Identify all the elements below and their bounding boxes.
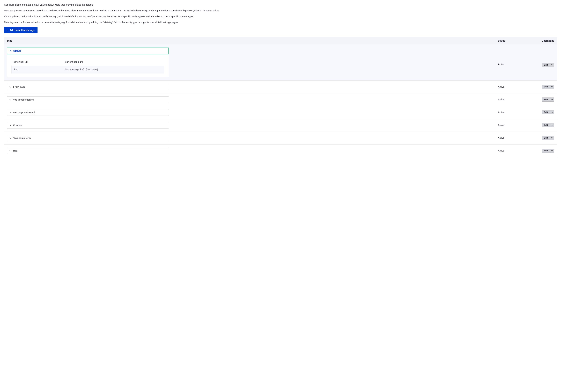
intro-p1: Configure global meta tag default values… bbox=[4, 3, 557, 7]
status-cell: Active bbox=[498, 48, 535, 66]
add-button-label: Add default meta tags bbox=[10, 29, 34, 32]
expander-toggle[interactable]: Content bbox=[7, 122, 169, 128]
row-label: 404 page not found bbox=[13, 111, 35, 114]
table-row: UserActiveEdit bbox=[4, 145, 557, 157]
row-label: Global bbox=[13, 50, 21, 52]
table-row: Front pageActiveEdit bbox=[4, 81, 557, 93]
expander-toggle[interactable]: 403 access denied bbox=[7, 96, 169, 103]
row-label: User bbox=[13, 149, 18, 152]
type-cell: Taxonomy term bbox=[7, 135, 498, 141]
meta-row: canonical_url:[current-page:url] bbox=[11, 58, 164, 66]
status-cell: Active bbox=[498, 96, 535, 101]
edit-dropdown-button[interactable]: Edit bbox=[542, 85, 554, 89]
col-header-status: Status bbox=[498, 39, 535, 42]
details-panel: canonical_url:[current-page:url]title:[c… bbox=[7, 54, 169, 77]
table-row: 404 page not foundActiveEdit bbox=[4, 106, 557, 119]
expander-toggle[interactable]: User bbox=[7, 148, 169, 154]
type-cell: User bbox=[7, 148, 498, 154]
edit-label: Edit bbox=[542, 85, 550, 89]
table-row: Globalcanonical_url:[current-page:url]ti… bbox=[4, 44, 557, 81]
expander-toggle[interactable]: 404 page not found bbox=[7, 109, 169, 116]
expander-toggle[interactable]: Global bbox=[7, 48, 169, 54]
type-cell: Globalcanonical_url:[current-page:url]ti… bbox=[7, 48, 498, 77]
row-label: Taxonomy term bbox=[13, 137, 31, 139]
operations-cell: Edit bbox=[535, 148, 554, 153]
status-cell: Active bbox=[498, 135, 535, 139]
status-cell: Active bbox=[498, 84, 535, 88]
type-cell: 403 access denied bbox=[7, 96, 498, 103]
add-default-meta-tags-button[interactable]: + Add default meta tags bbox=[4, 27, 38, 33]
col-header-operations: Operations bbox=[535, 39, 554, 42]
meta-value: [current-page:url] bbox=[65, 61, 162, 63]
edit-label: Edit bbox=[542, 123, 550, 127]
table-row: Taxonomy termActiveEdit bbox=[4, 132, 557, 145]
operations-cell: Edit bbox=[535, 48, 554, 67]
edit-dropdown-button[interactable]: Edit bbox=[542, 136, 554, 140]
operations-cell: Edit bbox=[535, 109, 554, 114]
edit-dropdown-button[interactable]: Edit bbox=[542, 110, 554, 114]
meta-key: canonical_url: bbox=[13, 61, 65, 63]
chevron-down-icon bbox=[550, 149, 554, 153]
edit-label: Edit bbox=[542, 149, 550, 153]
edit-dropdown-button[interactable]: Edit bbox=[542, 97, 554, 102]
edit-label: Edit bbox=[542, 98, 550, 101]
intro-text: Configure global meta tag default values… bbox=[4, 3, 557, 24]
col-header-type: Type bbox=[7, 39, 498, 42]
chevron-up-icon bbox=[10, 50, 11, 52]
operations-cell: Edit bbox=[535, 96, 554, 102]
expander-toggle[interactable]: Taxonomy term bbox=[7, 135, 169, 141]
chevron-down-icon bbox=[9, 150, 11, 152]
row-label: 403 access denied bbox=[13, 98, 34, 101]
chevron-down-icon bbox=[550, 63, 554, 67]
status-cell: Active bbox=[498, 109, 535, 114]
chevron-down-icon bbox=[9, 99, 11, 101]
operations-cell: Edit bbox=[535, 135, 554, 140]
table-row: 403 access deniedActiveEdit bbox=[4, 93, 557, 106]
expander-toggle[interactable]: Front page bbox=[7, 84, 169, 90]
intro-p2: Meta tag patterns are passed down from o… bbox=[4, 9, 557, 12]
type-cell: Content bbox=[7, 122, 498, 128]
operations-cell: Edit bbox=[535, 122, 554, 127]
edit-label: Edit bbox=[542, 63, 550, 67]
edit-label: Edit bbox=[542, 110, 550, 114]
status-cell: Active bbox=[498, 122, 535, 127]
meta-tags-table: Type Status Operations Globalcanonical_u… bbox=[4, 37, 557, 157]
table-header: Type Status Operations bbox=[4, 37, 557, 44]
edit-dropdown-button[interactable]: Edit bbox=[542, 123, 554, 127]
table-row: ContentActiveEdit bbox=[4, 119, 557, 132]
chevron-down-icon bbox=[9, 124, 11, 126]
chevron-down-icon bbox=[9, 86, 11, 88]
chevron-down-icon bbox=[550, 110, 554, 114]
chevron-down-icon bbox=[550, 98, 554, 101]
operations-cell: Edit bbox=[535, 84, 554, 89]
chevron-down-icon bbox=[9, 111, 11, 114]
meta-key: title: bbox=[14, 68, 65, 71]
type-cell: 404 page not found bbox=[7, 109, 498, 116]
chevron-down-icon bbox=[550, 123, 554, 127]
edit-label: Edit bbox=[542, 136, 550, 140]
chevron-down-icon bbox=[550, 85, 554, 89]
row-label: Front page bbox=[13, 85, 25, 88]
plus-icon: + bbox=[7, 29, 9, 32]
edit-dropdown-button[interactable]: Edit bbox=[542, 63, 554, 67]
intro-p4: Meta tags can be further refined on a pe… bbox=[4, 21, 557, 24]
chevron-down-icon bbox=[9, 137, 11, 139]
row-label: Content bbox=[13, 124, 22, 127]
meta-value: [current-page:title] | [site:name] bbox=[65, 68, 162, 71]
status-cell: Active bbox=[498, 148, 535, 152]
chevron-down-icon bbox=[550, 136, 554, 140]
edit-dropdown-button[interactable]: Edit bbox=[542, 149, 554, 153]
type-cell: Front page bbox=[7, 84, 498, 90]
meta-row: title:[current-page:title] | [site:name] bbox=[11, 66, 164, 74]
intro-p3: If the top-level configuration is not sp… bbox=[4, 15, 557, 18]
